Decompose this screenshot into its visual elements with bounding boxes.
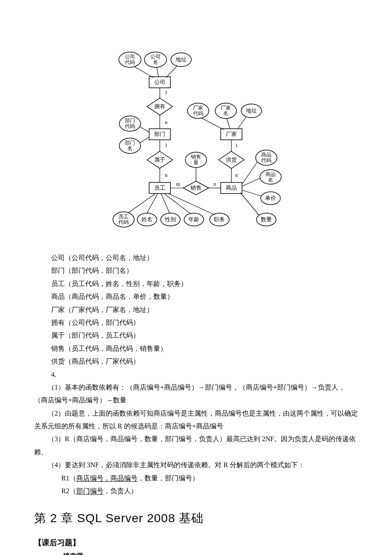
attr-quantity: 数量: [261, 216, 272, 223]
attr-company-name-1: 公司: [150, 54, 161, 60]
attr-company-code-2: 代码: [124, 59, 135, 65]
attr-factory-code-2: 代码: [193, 110, 203, 116]
attr-sales-2: 量: [193, 159, 199, 165]
er-diagram: 公司 代码 公司 名 地址 公司 1 拥有 n 部门: [34, 43, 358, 251]
answer-3: （3）R（商店编号，商品编号，数量，部门编号，负责人）最高已达到 2NF。因为负…: [34, 433, 358, 459]
attr-factory-name-1: 厂家: [221, 105, 231, 111]
schema-supplies: 供货（商品代码，厂家代码）: [51, 355, 358, 368]
schema-product: 商品（商品代码，商品名，单价，数量）: [51, 290, 358, 303]
card-dept-n-top: n: [165, 119, 167, 125]
attr-product-name-1: 商品: [265, 171, 276, 177]
attr-company-addr: 地址: [175, 56, 187, 63]
schema-employee: 员工（员工代码，姓名，性别，年龄，职务）: [51, 278, 358, 290]
attr-emp-gender: 性别: [164, 216, 176, 223]
attr-dept-name-2: 名: [127, 145, 133, 151]
entity-company: 公司: [154, 79, 165, 85]
entity-product: 商品: [226, 185, 237, 191]
fill-blank-heading: 一、填空题: [49, 552, 358, 555]
attr-emp-title: 职务: [214, 216, 225, 223]
attr-emp-code-2: 代码: [118, 219, 129, 225]
attr-dept-code-1: 部门: [125, 118, 135, 124]
schema-has: 拥有（公司代码，部门代码）: [51, 316, 358, 329]
attr-company-name-2: 名: [153, 59, 158, 65]
card-product-n-top: n: [235, 172, 238, 178]
svg-line-6: [166, 66, 177, 78]
attr-dept-code-2: 代码: [124, 123, 135, 129]
r1-key: 商店编号，商品编号: [76, 474, 138, 482]
r2-key: 部门编号: [76, 487, 104, 494]
attr-emp-code-1: 员工: [118, 214, 129, 220]
attr-dept-name-1: 部门: [125, 140, 135, 146]
rel-belongs: 属于: [154, 156, 165, 163]
svg-line-33: [202, 118, 224, 130]
svg-line-25: [147, 194, 158, 213]
svg-line-47: [240, 193, 259, 215]
card-company-1: 1: [165, 90, 167, 95]
svg-line-27: [164, 194, 191, 214]
svg-line-44: [242, 162, 257, 184]
answer-1: （1）基本的函数依赖有：（商店编号+商品编号）→部门编号，（商店编号+部门编号）…: [34, 381, 358, 407]
schema-belongs: 属于（部门代码，员工代码）: [51, 329, 358, 342]
attr-product-name-2: 名: [268, 177, 273, 183]
r2-suffix: ，负责人）: [104, 487, 138, 494]
card-sells-n: n: [213, 181, 216, 187]
chapter-title: 第 2 章 SQL Server 2008 基础: [34, 510, 358, 526]
attr-factory-addr: 地址: [245, 107, 257, 114]
answer-r2: R2（部门编号，负责人）: [34, 485, 358, 497]
r1-suffix: ，数量，部门编号）: [138, 474, 199, 482]
relation-schema-list: 公司（公司代码，公司名，地址） 部门（部门代码，部门名） 员工（员工代码，姓名，…: [51, 251, 358, 381]
section-heading: 【课后习题】: [34, 538, 358, 548]
svg-line-14: [140, 137, 149, 143]
rel-has: 拥有: [154, 103, 165, 110]
attr-emp-age: 年龄: [188, 216, 199, 223]
card-sells-m: m: [176, 181, 180, 187]
rel-supplies: 供货: [226, 156, 237, 163]
attr-factory-code-1: 厂家: [193, 105, 203, 111]
r2-prefix: R2（: [61, 487, 76, 494]
answer-r1: R1（商店编号，商品编号，数量，部门编号）: [34, 472, 358, 485]
attr-sales-1: 销售: [190, 154, 201, 160]
svg-line-5: [157, 67, 159, 77]
card-dept-1: 1: [165, 142, 167, 148]
attr-product-code-2: 代码: [261, 157, 271, 163]
schema-factory: 厂家（厂家代码，厂家名，地址）: [51, 304, 358, 316]
attr-unit-price: 单价: [265, 195, 276, 201]
svg-line-45: [242, 178, 260, 186]
card-factory-1: 1: [235, 142, 238, 148]
svg-line-4: [134, 66, 153, 78]
entity-employee: 员工: [154, 185, 165, 191]
entity-department: 部门: [154, 131, 165, 137]
attr-company-code-1: 公司: [125, 54, 135, 60]
attr-emp-name: 姓名: [141, 216, 153, 223]
answer-4: （4）要达到 3NF，必须消除非主属性对码的传递依赖。对 R 分解后的两个模式如…: [34, 459, 358, 471]
schema-sells: 销售（员工代码，商品代码，销售量）: [51, 342, 358, 355]
attr-product-code-1: 商品: [261, 152, 271, 158]
r1-prefix: R1（: [61, 474, 76, 482]
svg-line-34: [227, 119, 230, 129]
svg-line-13: [140, 127, 149, 132]
rel-sells: 销售: [190, 185, 202, 191]
svg-line-46: [242, 190, 261, 196]
svg-line-35: [238, 117, 246, 129]
entity-factory: 厂家: [226, 131, 237, 137]
svg-line-24: [128, 194, 156, 213]
schema-department: 部门（部门代码，部门名）: [51, 264, 358, 277]
attr-factory-name-2: 名: [223, 110, 228, 116]
schema-company: 公司（公司代码，公司名，地址）: [51, 251, 358, 264]
answer-2: （2）由题意，上面的函数依赖可知商店编号是主属性，商品编号也是主属性，由这两个属…: [34, 407, 358, 433]
svg-line-28: [168, 194, 215, 215]
question-4-label: 4.: [51, 368, 358, 381]
card-emp-n: n: [165, 172, 167, 178]
